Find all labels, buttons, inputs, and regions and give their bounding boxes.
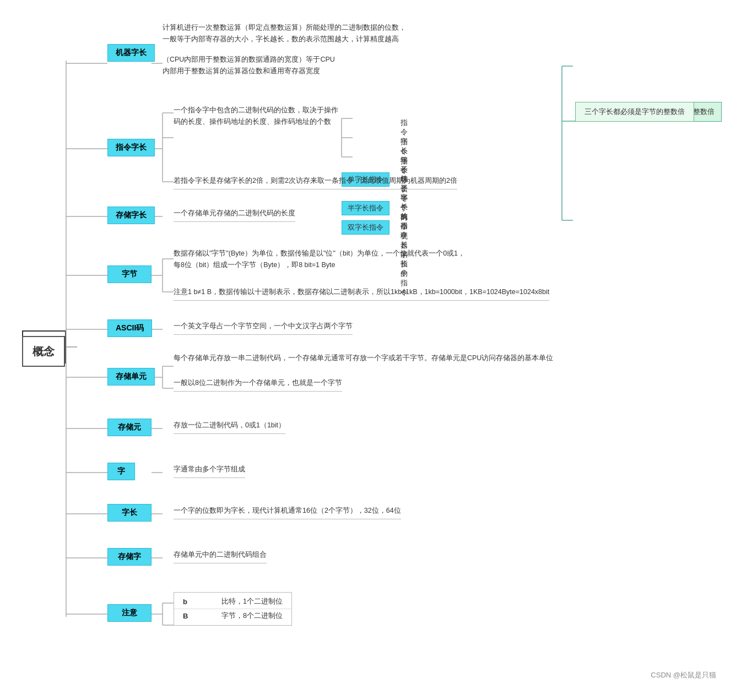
desc-机器字长-bottom: （CPU内部用于整数运算的数据通路的宽度）等于CPU内部用于整数运算的运算器位数… bbox=[163, 54, 335, 78]
label-存储字: 存储字 bbox=[107, 548, 152, 566]
节点-注意: 注意 bbox=[107, 604, 152, 622]
节点-ASCII码: ASCII码 bbox=[107, 319, 152, 337]
footer: CSDN @松鼠是只猫 bbox=[651, 670, 716, 680]
mind-map: 概念 三个字长都必须是字节的整数倍 bbox=[11, 11, 727, 683]
节点-机器字长: 机器字长 bbox=[107, 44, 155, 62]
节点-字: 字 bbox=[107, 463, 135, 480]
desc-指令字长-bottom: 若指令字长是存储字长的2倍，则需2次访存来取一条指令，因此取值周期为机器周期的2… bbox=[174, 175, 457, 189]
desc-存储单元-top: 每个存储单元存放一串二进制代码，一个存储单元通常可存放一个字或若干字节。存储单元… bbox=[174, 352, 553, 364]
节点-字长: 字长 bbox=[107, 504, 152, 522]
desc-字: 字通常由多个字节组成 bbox=[174, 464, 245, 478]
注意-sub-container: b 比特，1个二进制位 B 字节，8个二进制位 bbox=[174, 592, 292, 626]
label-字长: 字长 bbox=[107, 504, 152, 522]
desc-存储字长: 一个存储单元存储的二进制代码的长度 bbox=[174, 208, 295, 222]
注意-b-row: b 比特，1个二进制位 bbox=[174, 595, 291, 609]
节点-存储元: 存储元 bbox=[107, 419, 152, 436]
sub-label-双字长: 双字长指令 bbox=[342, 220, 389, 235]
label-ASCII码: ASCII码 bbox=[107, 319, 152, 337]
desc-字长: 一个字的位数即为字长，现代计算机通常16位（2个字节），32位，64位 bbox=[174, 505, 401, 519]
节点-指令字长: 指令字长 bbox=[107, 139, 155, 156]
root-concept-node: 概念 bbox=[22, 336, 65, 367]
green-note-box: 三个字长都必须是字节的整数倍 bbox=[575, 102, 694, 122]
desc-字节-bottom: 注意1 b≠1 B，数据传输以十进制表示，数据存储以二进制表示，所以1kb≠1k… bbox=[174, 286, 549, 301]
注意-B-desc: 字节，8个二进制位 bbox=[221, 611, 283, 621]
注意-B-label: B bbox=[183, 612, 199, 620]
desc-指令字长-top: 一个指令字中包含的二进制代码的位数，取决于操作码的长度、操作码地址的长度、操作码… bbox=[174, 105, 338, 128]
label-存储字长: 存储字长 bbox=[107, 207, 155, 224]
root-title-text: 概念 bbox=[33, 344, 55, 359]
节点-字节: 字节 bbox=[107, 265, 152, 283]
注意-b-label: b bbox=[183, 598, 199, 606]
desc-存储元: 存放一位二进制代码，0或1（1bit） bbox=[174, 420, 285, 434]
节点-存储单元: 存储单元 bbox=[107, 368, 155, 386]
节点-存储字长: 存储字长 bbox=[107, 207, 155, 224]
节点-存储字: 存储字 bbox=[107, 548, 152, 566]
label-注意: 注意 bbox=[107, 604, 152, 622]
desc-ASCII码: 一个英文字母占一个字节空间，一个中文汉字占两个字节 bbox=[174, 321, 353, 335]
desc-字节-top: 数据存储以"字节"(Byte）为单位，数据传输是以"位"（bit）为单位，一个位… bbox=[174, 248, 465, 272]
label-存储单元: 存储单元 bbox=[107, 368, 155, 386]
label-机器字长: 机器字长 bbox=[107, 44, 155, 62]
label-指令字长: 指令字长 bbox=[107, 139, 155, 156]
desc-存储单元-bottom: 一般以8位二进制作为一个存储单元，也就是一个字节 bbox=[174, 377, 342, 392]
注意-B-row: B 字节，8个二进制位 bbox=[174, 609, 291, 623]
注意-b-desc: 比特，1个二进制位 bbox=[221, 597, 283, 606]
desc-机器字长-top: 计算机进行一次整数运算（即定点整数运算）所能处理的二进制数据的位数，一般等于内部… bbox=[163, 22, 406, 46]
green-note-label: 三个字长都必须是字节的整数倍 bbox=[585, 107, 685, 116]
desc-存储字: 存储单元中的二进制代码组合 bbox=[174, 549, 267, 563]
label-字节: 字节 bbox=[107, 265, 152, 283]
footer-text: CSDN @松鼠是只猫 bbox=[651, 671, 716, 679]
label-字: 字 bbox=[107, 463, 135, 480]
label-存储元: 存储元 bbox=[107, 419, 152, 436]
